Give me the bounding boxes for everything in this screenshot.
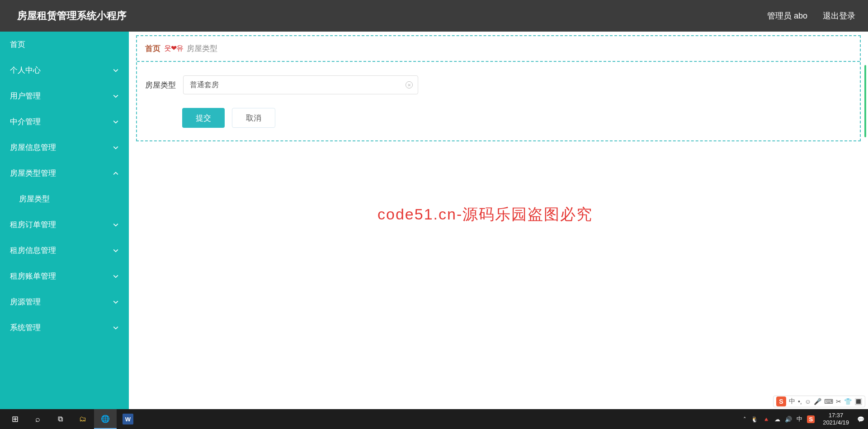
start-button[interactable]: ⊞	[4, 409, 26, 429]
chevron-down-icon	[113, 325, 119, 331]
sidebar-item-label: 首页	[10, 39, 25, 50]
chevron-down-icon	[113, 145, 119, 151]
tray-icon[interactable]: ☁	[774, 416, 780, 423]
taskbar-clock[interactable]: 17:37 2021/4/19	[819, 412, 853, 426]
chevron-down-icon	[113, 273, 119, 280]
sidebar-item-label: 系统管理	[10, 322, 41, 333]
chevron-down-icon	[113, 67, 119, 74]
sidebar-item-label: 个人中心	[10, 65, 41, 75]
breadcrumb-home[interactable]: 首页	[145, 43, 160, 54]
page-title: 房屋租赁管理系统小程序	[17, 9, 127, 23]
tray-icon[interactable]: 🔺	[763, 416, 770, 423]
explorer-button[interactable]: 🗂	[71, 409, 94, 429]
content-card: 首页 웃❤유 房屋类型 房屋类型 ✕ 提交 取消	[136, 35, 861, 141]
task-view-icon: ⧉	[58, 415, 63, 423]
word-icon: W	[123, 414, 133, 424]
search-button[interactable]: ⌕	[26, 409, 49, 429]
folder-icon: 🗂	[79, 415, 86, 423]
sidebar-item-label: 租房账单管理	[10, 271, 56, 281]
sidebar-item-rent-info[interactable]: 租房信息管理	[0, 238, 129, 263]
clear-input-icon[interactable]: ✕	[406, 81, 413, 89]
form-label-house-type: 房屋类型	[145, 80, 177, 90]
sidebar-item-house-source[interactable]: 房源管理	[0, 289, 129, 315]
sidebar-item-label: 房屋类型管理	[10, 168, 56, 178]
sidebar-item-house-info[interactable]: 房屋信息管理	[0, 135, 129, 160]
app-header: 房屋租赁管理系统小程序 管理员 abo 退出登录	[0, 0, 868, 32]
sidebar-item-label: 租房订单管理	[10, 219, 56, 230]
ime-item[interactable]: •,	[798, 398, 802, 405]
sidebar-item-label: 中介管理	[10, 117, 41, 127]
chevron-up-icon	[113, 170, 119, 177]
breadcrumb-current: 房屋类型	[187, 43, 217, 54]
sidebar-item-house-type[interactable]: 房屋类型管理	[0, 160, 129, 186]
current-user[interactable]: 管理员 abo	[767, 10, 807, 21]
ime-toolbar[interactable]: S 中 •, ☺ 🎤 ⌨ ✂ 👕 🔳	[773, 396, 865, 407]
sidebar: 首页 个人中心 用户管理 中介管理 房屋信息管理 房屋类型管理	[0, 32, 129, 409]
chevron-down-icon	[113, 222, 119, 228]
ime-item[interactable]: 🔳	[854, 398, 862, 405]
sidebar-subitem-house-type[interactable]: 房屋类型	[0, 186, 129, 212]
house-type-input[interactable]	[183, 75, 418, 94]
sidebar-item-label: 房屋类型	[19, 194, 50, 204]
logout-link[interactable]: 退出登录	[823, 10, 855, 21]
ime-item[interactable]: 👕	[844, 398, 852, 405]
submit-button[interactable]: 提交	[182, 108, 225, 128]
ime-item[interactable]: ✂	[836, 398, 841, 405]
action-center-icon[interactable]: 💬	[857, 416, 864, 423]
windows-taskbar: ⊞ ⌕ ⧉ 🗂 🌐 W ˄ 🐧 🔺 ☁ 🔊 中 S	[0, 409, 868, 429]
windows-icon: ⊞	[12, 414, 19, 424]
chrome-button[interactable]: 🌐	[94, 409, 117, 429]
sidebar-item-label: 用户管理	[10, 91, 41, 101]
scrollbar-indicator[interactable]	[864, 65, 866, 137]
sidebar-item-home[interactable]: 首页	[0, 32, 129, 57]
ime-item[interactable]: ☺	[805, 398, 811, 405]
sidebar-item-label: 租房信息管理	[10, 245, 56, 256]
form-row-house-type: 房屋类型 ✕	[137, 62, 860, 103]
watermark-large: code51.cn-源码乐园盗图必究	[377, 204, 593, 225]
cancel-button[interactable]: 取消	[232, 108, 275, 128]
main-content: 首页 웃❤유 房屋类型 房屋类型 ✕ 提交 取消 code51.cn-源码乐园盗…	[129, 32, 868, 409]
sidebar-item-rent-bill[interactable]: 租房账单管理	[0, 263, 129, 289]
ime-logo-icon[interactable]: S	[776, 396, 786, 406]
clock-time: 17:37	[823, 412, 849, 419]
chevron-down-icon	[113, 119, 119, 125]
breadcrumb-separator-icon: 웃❤유	[164, 44, 183, 53]
chevron-down-icon	[113, 299, 119, 305]
breadcrumb: 首页 웃❤유 房屋类型	[137, 36, 860, 62]
sidebar-item-label: 房屋信息管理	[10, 142, 56, 153]
tray-volume-icon[interactable]: 🔊	[785, 416, 792, 423]
tray-notification-icon[interactable]: ˄	[743, 416, 746, 423]
sidebar-item-label: 房源管理	[10, 297, 41, 307]
task-view-button[interactable]: ⧉	[49, 409, 71, 429]
chrome-icon: 🌐	[101, 415, 110, 423]
tray-sogou-icon[interactable]: S	[807, 415, 815, 423]
sidebar-item-rent-order[interactable]: 租房订单管理	[0, 212, 129, 238]
tray-ime-icon[interactable]: 中	[797, 415, 802, 423]
ime-item[interactable]: 中	[789, 397, 795, 406]
chevron-down-icon	[113, 93, 119, 99]
sidebar-item-users[interactable]: 用户管理	[0, 83, 129, 109]
ime-item[interactable]: 🎤	[814, 398, 821, 405]
clock-date: 2021/4/19	[823, 419, 849, 426]
sidebar-item-system[interactable]: 系统管理	[0, 315, 129, 340]
tray-icon[interactable]: 🐧	[751, 416, 758, 423]
form-actions: 提交 取消	[137, 103, 860, 140]
sidebar-item-agency[interactable]: 中介管理	[0, 109, 129, 135]
ime-item[interactable]: ⌨	[824, 398, 833, 405]
word-button[interactable]: W	[117, 409, 139, 429]
search-icon: ⌕	[35, 415, 40, 424]
chevron-down-icon	[113, 247, 119, 254]
sidebar-item-profile[interactable]: 个人中心	[0, 57, 129, 83]
